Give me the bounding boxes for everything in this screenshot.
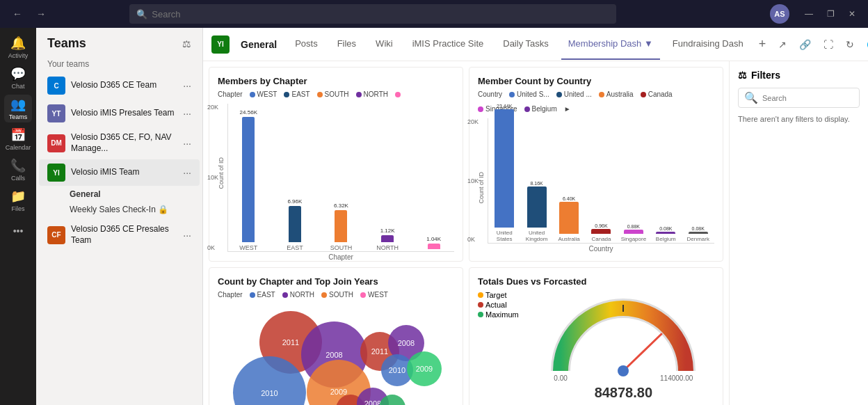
member-count-by-country-panel: Member Count by Country Country United S… — [469, 67, 723, 262]
tab-membership-dash[interactable]: Membership Dash ▼ — [561, 29, 660, 60]
legend-south: SOUTH — [317, 90, 349, 98]
restore-button[interactable]: ❐ — [823, 8, 839, 20]
tab-posts[interactable]: Posts — [288, 29, 325, 60]
files-icon: 📁 — [10, 189, 26, 204]
teams-panel: Teams ⚖ Your teams C Velosio D365 CE Tea… — [36, 28, 203, 405]
gauge-area: 0.00 114000.00 84878.80 — [533, 291, 714, 401]
country-bar-area: 20K10K0K 23.44K UnitedStates 8.16K — [488, 118, 714, 244]
activity-icon: 🔔 — [10, 35, 26, 51]
legend-east-bubble: EAST — [250, 291, 275, 299]
team-avatar-dm: DM — [47, 134, 65, 152]
members-by-chapter-title: Members by Chapter — [218, 76, 454, 86]
tab-fundraising-dash[interactable]: Fundraising Dash — [666, 29, 750, 60]
team-avatar-yi: YI — [47, 164, 65, 182]
sidebar-item-chat[interactable]: 💬 Chat — [4, 64, 32, 92]
team-more-yi[interactable]: ··· — [183, 167, 191, 178]
team-name-cf: Velosio D365 CE Presales Team — [71, 224, 183, 246]
bar-north: 1.12K NORTH — [370, 228, 405, 251]
search-input[interactable] — [152, 9, 609, 19]
country-bar-chart: Count of ID 20K10K0K 23.44K UnitedStates — [478, 118, 714, 257]
team-item-cf[interactable]: CF Velosio D365 CE Presales Team ··· — [39, 220, 200, 250]
team-avatar-yt: YT — [47, 104, 65, 122]
country-can: 0.96K Canada — [588, 223, 614, 243]
chapter-legend-label: Chapter — [218, 291, 243, 299]
filters-empty-message: There aren't any filters to display. — [738, 115, 860, 123]
chat-icon: 💬 — [10, 66, 26, 81]
legend-north-bubble: NORTH — [282, 291, 314, 299]
forward-button[interactable]: → — [32, 6, 50, 22]
filter-funnel-icon: ⚖ — [738, 70, 747, 81]
sidebar-item-calls[interactable]: 📞 Calls — [4, 156, 32, 184]
team-item-c[interactable]: C Velosio D365 CE Team ··· — [39, 72, 200, 99]
legend-uk: United ... — [556, 90, 592, 98]
tab-imis[interactable]: iMIS Practice Site — [405, 29, 491, 60]
filter-search-input[interactable] — [762, 94, 858, 102]
team-name-c: Velosio D365 CE Team — [71, 80, 183, 91]
tab-wiki[interactable]: Wiki — [369, 29, 400, 60]
sidebar-item-more[interactable]: ••• — [4, 217, 32, 245]
channel-general[interactable]: General — [36, 186, 202, 202]
header-actions: ↗ 🔗 ⛶ ↻ 🌐 ··· 🎥 Meet — [774, 35, 868, 54]
sidebar-label-activity: Activity — [8, 52, 29, 59]
bubble-2009-2: 2009 — [407, 351, 442, 386]
refresh-button[interactable]: ↻ — [842, 35, 858, 54]
tab-daily-tasks[interactable]: Daily Tasks — [496, 29, 556, 60]
filter-search-icon: 🔍 — [744, 91, 758, 104]
totals-dues-title: Totals Dues vs Forcasted — [478, 276, 714, 287]
search-icon: 🔍 — [136, 9, 147, 19]
legend-more[interactable]: ► — [564, 105, 571, 113]
team-item-yt[interactable]: YT Velosio iMIS Presales Team ··· — [39, 100, 200, 127]
country-bar-inner: 20K10K0K 23.44K UnitedStates 8.16K — [488, 118, 714, 257]
tab-files[interactable]: Files — [330, 29, 363, 60]
channel-name: General — [241, 39, 277, 50]
totals-dues-panel: Totals Dues vs Forcasted Target Actual M… — [469, 267, 723, 405]
teams-title: Teams — [47, 36, 86, 51]
bubble-chart: 2011 2008 2010 2009 2011 2008 2010 2009 … — [218, 304, 454, 405]
sidebar-item-calendar[interactable]: 📅 Calendar — [4, 125, 32, 153]
global-search-bar[interactable]: 🔍 — [129, 4, 616, 24]
team-avatar-c: C — [47, 77, 65, 95]
country-uk: 8.16K UnitedKingdom — [523, 181, 549, 243]
filters-search-bar[interactable]: 🔍 — [738, 88, 860, 108]
main-layout: 🔔 Activity 💬 Chat 👥 Teams 📅 Calendar 📞 C… — [0, 28, 868, 405]
pop-out-button[interactable]: ↗ — [774, 35, 791, 54]
legend-bel: Belgium — [524, 105, 557, 113]
filters-title: ⚖ Filters — [738, 70, 860, 81]
bar-chart-inner: 20K10K0K 24.56K WEST 6.96 — [227, 104, 454, 243]
filter-icon[interactable]: ⚖ — [182, 38, 191, 49]
sidebar-label-chat: Chat — [11, 83, 24, 90]
back-button[interactable]: ← — [8, 6, 26, 22]
sidebar-item-teams[interactable]: 👥 Teams — [4, 95, 32, 122]
country-sin: 0.88K Singapore — [620, 224, 647, 243]
team-more-c[interactable]: ··· — [183, 80, 191, 91]
top-bar: ← → 🔍 AS — ❐ ✕ — [0, 0, 868, 28]
team-item-yi[interactable]: YI Velosio iMIS Team ··· — [39, 159, 200, 186]
share-button[interactable]: 🔗 — [795, 35, 815, 54]
globe-button[interactable]: 🌐 — [862, 35, 868, 54]
legend-target: Target — [478, 291, 519, 299]
team-avatar-cf: CF — [47, 226, 65, 244]
team-item-dm[interactable]: DM Velosio D365 CE, FO, NAV Manage... ··… — [39, 128, 200, 158]
minimize-button[interactable]: — — [801, 8, 817, 20]
teams-header: Teams ⚖ — [36, 28, 202, 56]
channel-team-avatar: YI — [211, 35, 230, 54]
channel-weekly-sales[interactable]: Weekly Sales Check-In 🔒 — [36, 202, 202, 217]
gauge-min: 0.00 — [554, 374, 567, 382]
members-by-chapter-panel: Members by Chapter Chapter WEST EAST SOU… — [209, 67, 463, 262]
bar-south: 6.32K SOUTH — [323, 202, 359, 251]
legend-maximum: Maximum — [478, 310, 519, 319]
gauge-legends: Target Actual Maximum — [478, 291, 519, 319]
more-icon: ••• — [13, 225, 24, 237]
sidebar-item-files[interactable]: 📁 Files — [4, 186, 32, 214]
add-tab-button[interactable]: + — [756, 37, 769, 51]
close-button[interactable]: ✕ — [844, 8, 860, 20]
expand-button[interactable]: ⛶ — [819, 35, 837, 54]
sidebar-label-teams: Teams — [9, 113, 28, 120]
country-us: 23.44K UnitedStates — [491, 104, 517, 243]
team-more-dm[interactable]: ··· — [183, 138, 191, 149]
window-nav: ← → — [8, 6, 50, 22]
team-more-yt[interactable]: ··· — [183, 108, 191, 119]
sidebar-item-activity[interactable]: 🔔 Activity — [4, 33, 32, 61]
avatar[interactable]: AS — [770, 4, 789, 24]
team-more-cf[interactable]: ··· — [183, 230, 191, 241]
